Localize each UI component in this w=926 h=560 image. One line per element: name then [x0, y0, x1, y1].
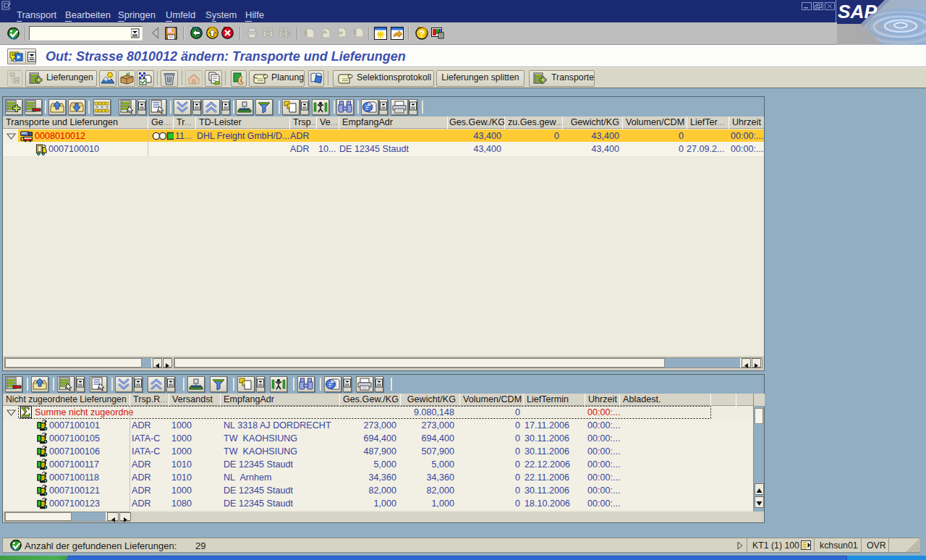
svg-text:?: ?	[419, 28, 425, 39]
svg-text:SAP: SAP	[838, 2, 878, 22]
